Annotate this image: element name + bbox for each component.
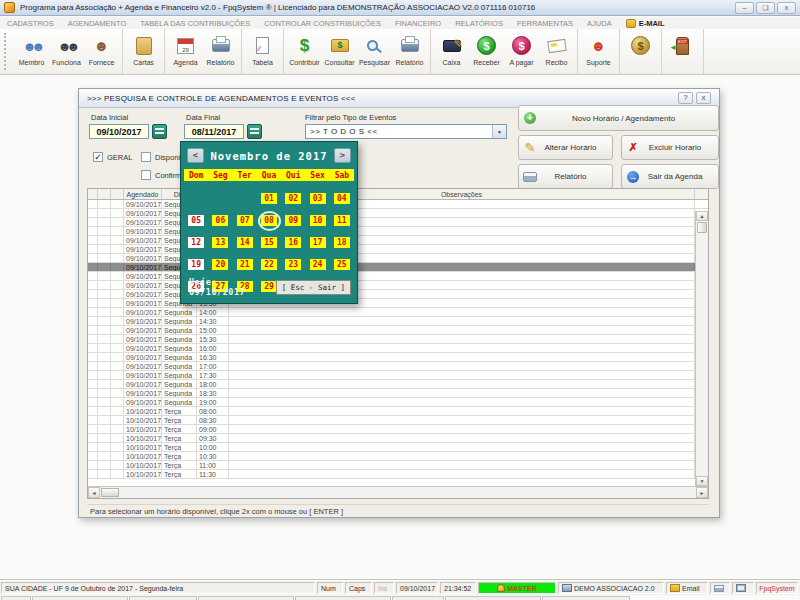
table-row[interactable]: 09/10/2017Segunda15:00 — [88, 326, 708, 335]
calendar-day[interactable]: 09 — [285, 215, 301, 226]
relatorio-button[interactable]: Relatório — [518, 164, 613, 189]
dropdown-arrow-icon[interactable]: ▼ — [492, 125, 506, 138]
calendar-esc-button[interactable]: [ Esc - Sair ] — [276, 280, 351, 295]
geral-checkbox-box[interactable]: ✓ — [93, 152, 103, 162]
table-row[interactable]: 09/10/2017Segunda17:30 — [88, 371, 708, 380]
calendar-next-button[interactable]: > — [334, 148, 351, 163]
table-row[interactable]: 09/10/2017Segunda16:00 — [88, 344, 708, 353]
table-row[interactable]: 10/10/2017Terça10:30 — [88, 452, 708, 461]
novo-horario-button[interactable]: Novo Horário / Agendamento — [518, 105, 719, 131]
status-printer[interactable] — [710, 582, 730, 594]
toolbar-button-recibo[interactable]: Recibo — [539, 30, 574, 73]
table-row[interactable]: 09/10/2017Segunda14:00 — [88, 308, 708, 317]
table-row[interactable]: 10/10/2017Terça09:00 — [88, 425, 708, 434]
menu-item-ferramentas[interactable]: FERRAMENTAS — [517, 19, 573, 28]
table-row[interactable]: 09/10/2017Segunda18:00 — [88, 380, 708, 389]
data-inicial-input[interactable]: 09/10/2017 — [89, 124, 149, 139]
calendar-day[interactable]: 03 — [310, 193, 326, 204]
calendar-day[interactable]: 12 — [188, 237, 204, 248]
dialog-close-button[interactable]: x — [696, 92, 711, 104]
scroll-left-icon[interactable]: ◄ — [88, 487, 100, 498]
toolbar-button-contribuir[interactable]: Contribuir — [287, 30, 322, 73]
alterar-horario-button[interactable]: Alterar Horário — [518, 135, 613, 160]
excluir-horario-button[interactable]: Excluir Horario — [621, 135, 719, 160]
minimize-button[interactable]: – — [735, 2, 754, 14]
toolbar-button-exit[interactable] — [665, 30, 700, 73]
calendar-day[interactable]: 19 — [188, 259, 204, 270]
table-row[interactable]: 09/10/2017Segunda18:30 — [88, 389, 708, 398]
restore-button[interactable]: ❏ — [756, 2, 775, 14]
toolbar-button-agenda[interactable]: Agenda — [168, 30, 203, 73]
confirmado-checkbox-box[interactable] — [141, 170, 151, 180]
toolbar-button-suporte[interactable]: Suporte — [581, 30, 616, 73]
vertical-scroll-thumb[interactable] — [697, 222, 707, 233]
calendar-day[interactable]: 13 — [212, 237, 228, 248]
calendar-day[interactable]: 07 — [237, 215, 253, 226]
table-row[interactable]: 10/10/2017Terça11:30 — [88, 470, 708, 479]
toolbar-button-fornece[interactable]: Fornece — [84, 30, 119, 73]
table-row[interactable]: 10/10/2017Terça09:30 — [88, 434, 708, 443]
table-row[interactable]: 09/10/2017Segunda14:30 — [88, 317, 708, 326]
toolbar-button-consultar[interactable]: Consultar — [322, 30, 357, 73]
scroll-right-icon[interactable]: ► — [696, 487, 708, 498]
vertical-scrollbar[interactable]: ▲ ▼ — [695, 211, 708, 486]
calendar-day[interactable]: 15 — [261, 237, 277, 248]
menu-item-relat-rios[interactable]: RELATÓRIOS — [455, 19, 503, 28]
scroll-down-icon[interactable]: ▼ — [696, 476, 708, 486]
calendar-day[interactable]: 17 — [310, 237, 326, 248]
menu-item-ajuda[interactable]: AJUDA — [587, 19, 612, 28]
menu-item-tabela-das-contribui-es[interactable]: TABELA DAS CONTRIBUIÇÕES — [140, 19, 250, 28]
toolbar-button-membro[interactable]: Membro — [14, 30, 49, 73]
checkbox-geral[interactable]: ✓ GERAL — [93, 152, 132, 162]
scroll-up-icon[interactable]: ▲ — [696, 211, 708, 221]
menu-item-controlar-constribui-es[interactable]: CONTROLAR CONSTRIBUIÇÕES — [264, 19, 381, 28]
calendar-day[interactable]: 02 — [285, 193, 301, 204]
calendar-day[interactable]: 10 — [310, 215, 326, 226]
toolbar-button-receber[interactable]: Receber — [469, 30, 504, 73]
disponivel-checkbox-box[interactable] — [141, 152, 151, 162]
table-row[interactable]: 09/10/2017Segunda19:00 — [88, 398, 708, 407]
toolbar-button-funciona[interactable]: Funciona — [49, 30, 84, 73]
calendar-day[interactable]: 06 — [212, 215, 228, 226]
calendar-day[interactable]: 16 — [285, 237, 301, 248]
event-filter-select[interactable]: >> T O D O S << ▼ — [305, 124, 507, 139]
calendar-day[interactable]: 04 — [334, 193, 350, 204]
calendar-day[interactable]: 23 — [285, 259, 301, 270]
status-monitor[interactable] — [732, 582, 754, 594]
menu-item-e-mail[interactable]: E-MAIL — [626, 19, 665, 28]
toolbar-button-pesquisar[interactable]: Pesquisar — [357, 30, 392, 73]
toolbar-button-a-pagar[interactable]: A pagar — [504, 30, 539, 73]
table-row[interactable]: 10/10/2017Terça10:00 — [88, 443, 708, 452]
toolbar-button-coin[interactable] — [623, 30, 658, 73]
table-row[interactable]: 10/10/2017Terça08:00 — [88, 407, 708, 416]
calendar-day[interactable]: 11 — [334, 215, 350, 226]
toolbar-button-relat-rio[interactable]: Relatório — [392, 30, 427, 73]
menu-item-agendamento[interactable]: AGENDAMENTO — [68, 19, 127, 28]
calendar-day[interactable]: 18 — [334, 237, 350, 248]
table-row[interactable]: 09/10/2017Segunda15:30 — [88, 335, 708, 344]
data-inicial-calendar-button[interactable] — [152, 124, 167, 139]
data-final-input[interactable]: 08/11/2017 — [184, 124, 244, 139]
horizontal-scrollbar[interactable]: ◄ ► — [88, 486, 708, 498]
table-row[interactable]: 09/10/2017Segunda16:30 — [88, 353, 708, 362]
toolbar-button-cartas[interactable]: Cartas — [126, 30, 161, 73]
calendar-day-selected[interactable]: 08 — [261, 215, 277, 226]
status-email[interactable]: Email — [666, 582, 708, 594]
calendar-day[interactable]: 20 — [212, 259, 228, 270]
calendar-day[interactable]: 22 — [261, 259, 277, 270]
calendar-prev-button[interactable]: < — [187, 148, 204, 163]
calendar-day[interactable]: 21 — [237, 259, 253, 270]
close-button[interactable]: x — [777, 2, 796, 14]
toolbar-button-tabela[interactable]: Tabela — [245, 30, 280, 73]
sair-agenda-button[interactable]: Sair da Agenda — [621, 164, 719, 189]
calendar-day[interactable]: 05 — [188, 215, 204, 226]
dialog-help-button[interactable]: ? — [678, 92, 693, 104]
toolbar-button-relat-rio[interactable]: Relatório — [203, 30, 238, 73]
table-row[interactable]: 09/10/2017Segunda17:00 — [88, 362, 708, 371]
calendar-day[interactable]: 24 — [310, 259, 326, 270]
calendar-day[interactable]: 25 — [334, 259, 350, 270]
calendar-day[interactable]: 14 — [237, 237, 253, 248]
menu-item-financeiro[interactable]: FINANCEIRO — [395, 19, 441, 28]
table-row[interactable]: 10/10/2017Terça08:30 — [88, 416, 708, 425]
data-final-calendar-button[interactable] — [247, 124, 262, 139]
